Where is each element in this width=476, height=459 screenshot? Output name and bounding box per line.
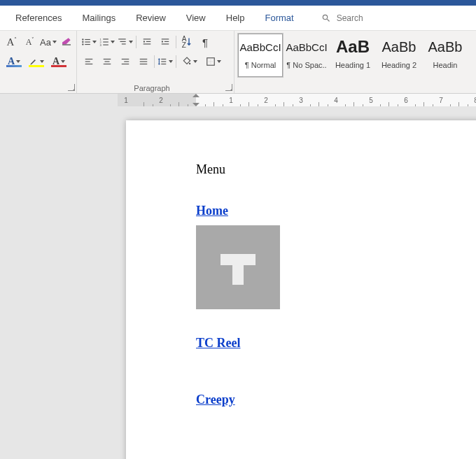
document-area: Menu Home TC Reel Creepy	[0, 106, 476, 459]
doc-text-menu: Menu	[196, 162, 225, 176]
align-right-button[interactable]	[118, 54, 133, 69]
style-item-2[interactable]: AaBHeading 1	[330, 34, 375, 77]
svg-point-0	[82, 38, 83, 40]
style-name: ¶ No Spac..	[285, 61, 328, 69]
doc-link-tcreel[interactable]: TC Reel	[196, 336, 240, 350]
search-icon	[321, 13, 331, 23]
style-sample: AaBbCcI	[239, 34, 282, 59]
shrink-font-button[interactable]: A˅	[22, 34, 38, 50]
page[interactable]: Menu Home TC Reel Creepy	[126, 120, 476, 459]
svg-rect-21	[85, 59, 93, 59]
svg-point-36	[189, 63, 190, 64]
grow-font-button[interactable]: A˄	[4, 34, 20, 50]
paragraph-dialog-launcher[interactable]	[225, 84, 232, 91]
menu-mailings[interactable]: Mailings	[80, 10, 117, 26]
svg-point-2	[82, 43, 83, 45]
menu-help[interactable]: Help	[225, 10, 246, 26]
bullets-button[interactable]	[81, 34, 97, 50]
svg-rect-3	[85, 39, 90, 40]
svg-rect-14	[122, 43, 126, 44]
style-name: Headin	[424, 61, 467, 69]
doc-link-home[interactable]: Home	[196, 204, 228, 218]
menu-bar: References Mailings Review View Help For…	[0, 6, 476, 31]
svg-rect-25	[105, 61, 110, 62]
paragraph-group: 123 AZ ¶	[77, 31, 234, 93]
paragraph-group-label: Paragraph	[77, 84, 227, 92]
svg-rect-30	[140, 59, 148, 59]
svg-rect-31	[140, 61, 148, 62]
style-name: Heading 1	[331, 61, 374, 69]
font-dialog-launcher[interactable]	[68, 84, 75, 91]
svg-rect-33	[161, 59, 166, 59]
svg-rect-15	[144, 38, 151, 39]
style-item-1[interactable]: AaBbCcI¶ No Spac..	[284, 34, 329, 77]
svg-rect-16	[146, 41, 150, 42]
menu-format[interactable]: Format	[264, 10, 295, 26]
svg-rect-10	[103, 41, 108, 42]
menu-view[interactable]: View	[185, 10, 207, 26]
svg-rect-27	[122, 59, 130, 59]
style-item-4[interactable]: AaBbHeadin	[423, 34, 468, 77]
svg-rect-32	[140, 64, 148, 64]
styles-group: AaBbCcI¶ NormalAaBbCcI¶ No Spac..AaBHead…	[234, 31, 476, 93]
svg-rect-29	[122, 64, 130, 64]
line-spacing-button[interactable]	[158, 54, 173, 69]
svg-rect-34	[161, 61, 166, 62]
search-box[interactable]: Search	[321, 13, 363, 23]
font-color-button[interactable]: A	[49, 54, 69, 69]
highlight-button[interactable]	[27, 54, 46, 69]
sort-button[interactable]: AZ	[179, 34, 195, 50]
arrow-down-icon	[186, 37, 192, 47]
style-item-0[interactable]: AaBbCcI¶ Normal	[238, 34, 283, 77]
svg-rect-24	[104, 59, 111, 59]
svg-rect-12	[118, 38, 126, 39]
justify-button[interactable]	[136, 54, 151, 69]
line-spacing-icon	[158, 57, 167, 66]
indent-icon	[160, 37, 170, 47]
svg-rect-13	[120, 41, 126, 42]
image-placeholder[interactable]	[196, 225, 280, 309]
menu-references[interactable]: References	[14, 10, 63, 26]
style-name: Heading 2	[377, 61, 421, 69]
font-color-a-button[interactable]: A	[4, 54, 24, 69]
svg-rect-9	[103, 38, 108, 39]
style-name: ¶ Normal	[239, 61, 282, 69]
svg-rect-23	[85, 64, 93, 64]
svg-rect-22	[85, 61, 90, 62]
style-gallery: AaBbCcI¶ NormalAaBbCcI¶ No Spac..AaBHead…	[237, 32, 476, 81]
svg-rect-19	[164, 41, 169, 42]
bullets-icon	[81, 37, 91, 47]
svg-rect-28	[124, 61, 129, 62]
svg-rect-11	[103, 45, 108, 45]
borders-button[interactable]	[203, 54, 224, 69]
svg-rect-18	[162, 38, 169, 39]
placeholder-t-icon	[220, 250, 255, 285]
style-item-3[interactable]: AaBbHeading 2	[377, 34, 421, 77]
svg-rect-17	[144, 43, 151, 44]
align-center-button[interactable]	[99, 54, 115, 69]
menu-review[interactable]: Review	[134, 10, 167, 26]
multilevel-list-button[interactable]	[118, 34, 133, 50]
decrease-indent-button[interactable]	[139, 34, 155, 50]
clear-formatting-button[interactable]	[59, 34, 74, 50]
svg-rect-26	[104, 64, 111, 64]
numbering-icon: 123	[99, 37, 109, 47]
svg-point-1	[82, 41, 83, 43]
shading-button[interactable]	[179, 54, 200, 69]
borders-icon	[206, 57, 216, 66]
align-right-icon	[120, 57, 130, 66]
numbering-button[interactable]: 123	[99, 34, 115, 50]
align-left-button[interactable]	[81, 54, 97, 69]
svg-rect-4	[85, 41, 90, 42]
search-label: Search	[337, 13, 363, 23]
doc-link-creepy[interactable]: Creepy	[196, 393, 235, 407]
style-sample: AaB	[331, 34, 374, 59]
style-sample: AaBb	[377, 34, 421, 59]
show-marks-button[interactable]: ¶	[197, 34, 213, 50]
horizontal-ruler[interactable]: 2112345678	[118, 94, 476, 106]
svg-rect-20	[162, 43, 169, 44]
change-case-button[interactable]: Aa	[41, 34, 56, 50]
increase-indent-button[interactable]	[158, 34, 173, 50]
outdent-icon	[142, 37, 152, 47]
ribbon: A˄ A˅ Aa A A	[0, 31, 476, 94]
